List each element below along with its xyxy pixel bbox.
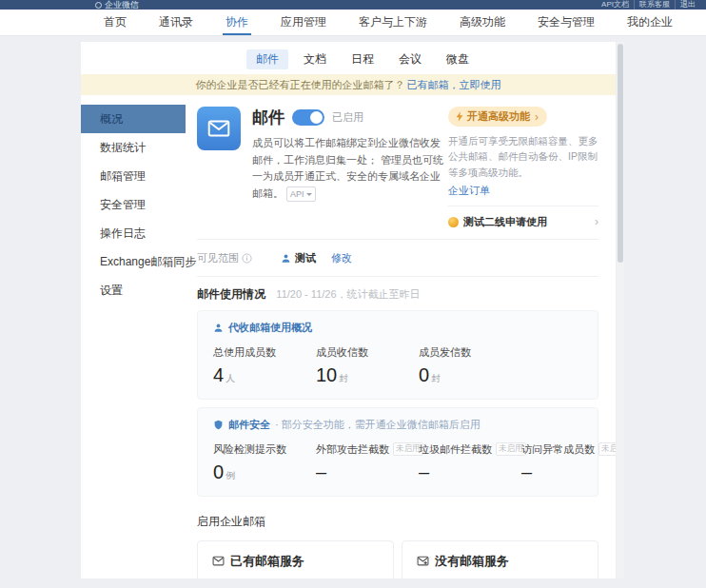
chevron-right-icon: › xyxy=(535,110,539,124)
status-badge: 未启用 xyxy=(598,442,616,456)
existing-mailbox-card: 已有邮箱服务 将已有邮箱服务立即迁移到企业微信中。 或将历史邮件和新邮件持续同步… xyxy=(197,540,394,578)
mail-security-card: 邮件安全 · 部分安全功能，需开通企业微信邮箱后启用 风险检测提示数 0例 外部… xyxy=(197,407,598,497)
info-icon[interactable] xyxy=(242,253,252,264)
mail-app-icon xyxy=(197,107,241,150)
scrollbar-thumb[interactable] xyxy=(618,44,623,263)
nav-item-apps[interactable]: 应用管理 xyxy=(265,10,343,35)
member-icon xyxy=(281,253,291,264)
contact-support-link[interactable]: 联系客服 xyxy=(634,0,675,10)
hot-icon xyxy=(448,217,459,227)
tab-mail[interactable]: 邮件 xyxy=(246,49,288,69)
main-panel: 邮件 文档 日程 会议 微盘 你的企业是否已经有正在使用的企业邮箱了？ 已有邮箱… xyxy=(81,42,616,578)
nav-item-home[interactable]: 首页 xyxy=(88,10,143,35)
premium-promo-panel: 开通高级功能 › 开通后可享受无限邮箱容量、更多公共邮箱、邮件自动备份、IP限制… xyxy=(448,107,598,229)
enterprise-order-link[interactable]: 企业订单 xyxy=(448,184,490,198)
logout-link[interactable]: 退出 xyxy=(675,0,700,10)
tab-calendar[interactable]: 日程 xyxy=(342,49,383,69)
panel-scrollbar[interactable] xyxy=(617,42,624,578)
no-mailbox-description: 可在企业微信中购买域名，新开通企业微信邮箱服务。 xyxy=(417,578,583,578)
nav-item-advanced[interactable]: 高级功能 xyxy=(443,10,521,35)
upgrade-premium-button[interactable]: 开通高级功能 › xyxy=(448,107,547,127)
sidebar-item-statistics[interactable]: 数据统计 xyxy=(81,133,186,162)
nav-item-contacts[interactable]: 通讯录 xyxy=(143,10,209,35)
tab-docs[interactable]: 文档 xyxy=(294,49,336,69)
toggle-status-label: 已启用 xyxy=(332,110,363,125)
mail-sidebar: 概况 数据统计 邮箱管理 安全管理 操作日志 Exchange邮箱同步 设置 xyxy=(81,95,186,578)
chevron-right-icon: › xyxy=(595,215,598,228)
banner-use-now-link[interactable]: 已有邮箱，立即使用 xyxy=(407,78,501,92)
stat-spam-blocked: 垃圾邮件拦截数未启用 – xyxy=(419,442,521,483)
tab-meeting[interactable]: 会议 xyxy=(389,49,431,69)
proxy-card-header: 代收邮箱使用概况 xyxy=(213,321,582,335)
nav-item-collaboration[interactable]: 协作 xyxy=(209,10,265,35)
sidebar-item-exchange-sync[interactable]: Exchange邮箱同步 xyxy=(81,247,186,276)
sidebar-item-security[interactable]: 安全管理 xyxy=(81,190,186,219)
sidebar-item-logs[interactable]: 操作日志 xyxy=(81,219,186,247)
stat-mails-received: 成员收信数 10封 xyxy=(316,345,419,386)
nav-item-security-mgmt[interactable]: 安全与管理 xyxy=(521,10,611,35)
tab-drive[interactable]: 微盘 xyxy=(437,49,479,69)
wework-logo-icon xyxy=(95,2,102,9)
notice-banner: 你的企业是否已经有正在使用的企业邮箱了？ 已有邮箱，立即使用 xyxy=(81,74,616,95)
sidebar-item-overview[interactable]: 概况 xyxy=(81,105,186,133)
sidebar-item-settings[interactable]: 设置 xyxy=(81,276,186,304)
user-icon xyxy=(213,323,224,333)
overview-content: 邮件 已启用 成员可以将工作邮箱绑定到企业微信收发邮件，工作消息归集一处； 管理… xyxy=(186,95,616,578)
stat-mails-sent: 成员发信数 0封 xyxy=(419,345,521,386)
usage-title: 邮件使用情况 xyxy=(197,287,265,301)
stat-total-members: 总使用成员数 4人 xyxy=(213,345,316,386)
visibility-label: 可见范围 xyxy=(197,251,252,265)
collab-subtabs: 邮件 文档 日程 会议 微盘 xyxy=(109,42,616,74)
proxy-mailbox-usage-card: 代收邮箱使用概况 总使用成员数 4人 成员收信数 10封 成员发信数 0封 xyxy=(197,310,598,400)
no-mailbox-card-title: 没有邮箱服务 xyxy=(417,553,583,570)
app-logo-text: 企业微信 xyxy=(105,0,139,10)
stat-risk-alerts: 风险检测提示数 0例 xyxy=(213,442,316,483)
visibility-edit-link[interactable]: 修改 xyxy=(331,251,352,265)
app-logo: 企业微信 xyxy=(95,0,139,10)
sidebar-item-mailbox-mgmt[interactable]: 邮箱管理 xyxy=(81,162,186,190)
trial-apply-label: 测试二线申请使用 xyxy=(463,215,547,229)
mail-feature-header: 邮件 已启用 成员可以将工作邮箱绑定到企业微信收发邮件，工作消息归集一处； 管理… xyxy=(197,107,448,229)
main-nav: 首页 通讯录 协作 应用管理 客户与上下游 高级功能 安全与管理 我的企业 xyxy=(0,10,706,36)
top-links: API文档 联系客服 退出 xyxy=(597,0,700,10)
mail-enable-toggle[interactable] xyxy=(292,109,324,126)
visibility-scope[interactable]: 测试 xyxy=(281,251,316,265)
stat-abnormal-access-members: 访问异常成员数未启用 – xyxy=(521,442,616,483)
usage-period: 11/20 - 11/26，统计截止至昨日 xyxy=(276,288,420,300)
shield-icon xyxy=(213,420,224,430)
nav-item-customers[interactable]: 客户与上下游 xyxy=(343,10,443,35)
usage-section-header: 邮件使用情况 11/20 - 11/26，统计截止至昨日 xyxy=(197,277,598,303)
api-docs-link[interactable]: API文档 xyxy=(597,0,634,10)
visibility-row: 可见范围 测试 修改 xyxy=(197,240,598,276)
enable-section-title: 启用企业邮箱 xyxy=(197,514,598,530)
mail-plus-icon xyxy=(417,555,429,567)
existing-mailbox-card-title: 已有邮箱服务 xyxy=(212,553,379,570)
caret-down-icon xyxy=(306,193,312,196)
trial-apply-row[interactable]: 测试二线申请使用 › xyxy=(448,206,598,229)
feature-description: 成员可以将工作邮箱绑定到企业微信收发邮件，工作消息归集一处； 管理员也可统一为成… xyxy=(252,135,448,202)
banner-text: 你的企业是否已经有正在使用的企业邮箱了？ xyxy=(196,78,405,92)
no-mailbox-card: 没有邮箱服务 可在企业微信中购买域名，新开通企业微信邮箱服务。 新开通邮箱服务 xyxy=(402,540,598,578)
mail-outline-icon xyxy=(212,555,225,567)
existing-mailbox-bullets: 将已有邮箱服务立即迁移到企业微信中。 或将历史邮件和新邮件持续同步到企业微信中，… xyxy=(212,578,379,578)
stat-external-attacks-blocked: 外部攻击拦截数未启用 – xyxy=(316,442,419,483)
api-dropdown[interactable]: API xyxy=(286,186,316,202)
top-bar: 企业微信 API文档 联系客服 退出 xyxy=(0,0,706,10)
security-card-header: 邮件安全 · 部分安全功能，需开通企业微信邮箱后启用 xyxy=(213,418,582,432)
page-title: 邮件 xyxy=(252,107,284,128)
lightning-icon xyxy=(456,111,463,122)
nav-item-my-company[interactable]: 我的企业 xyxy=(611,10,689,35)
promo-description: 开通后可享受无限邮箱容量、更多公共邮箱、邮件自动备份、IP限制等多项高级功能。 xyxy=(448,133,598,180)
